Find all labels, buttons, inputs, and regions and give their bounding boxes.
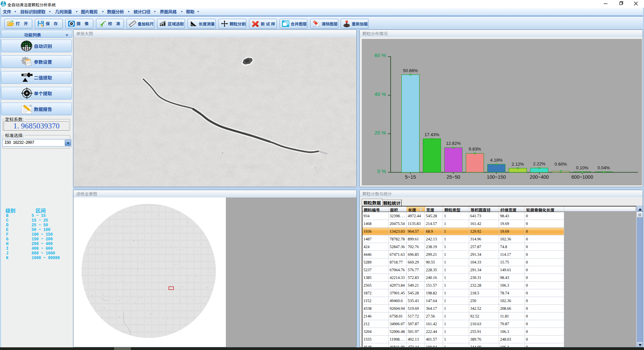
svg-text:600~1000: 600~1000 [572,174,593,180]
svg-text:0.10%: 0.10% [576,165,589,170]
svg-text:0 %: 0 % [377,168,386,174]
svg-text:200~400: 200~400 [530,174,549,180]
svg-text:9.83%: 9.83% [469,147,481,152]
svg-text:17.43%: 17.43% [425,132,440,137]
svg-text:20 %: 20 % [375,130,386,135]
svg-text:25~50: 25~50 [447,174,460,180]
svg-text:40 %: 40 % [375,91,386,97]
svg-text:0.04%: 0.04% [598,165,610,170]
svg-text:12.82%: 12.82% [446,141,461,146]
svg-text:50.66%: 50.66% [403,68,418,73]
svg-text:0.60%: 0.60% [555,162,567,167]
svg-text:2.22%: 2.22% [533,161,546,166]
svg-text:4.18%: 4.18% [490,158,503,163]
svg-text:100~150: 100~150 [487,174,506,180]
svg-text:60 %: 60 % [375,52,386,58]
svg-text:2.12%: 2.12% [512,162,524,167]
svg-text:5~15: 5~15 [405,174,416,180]
